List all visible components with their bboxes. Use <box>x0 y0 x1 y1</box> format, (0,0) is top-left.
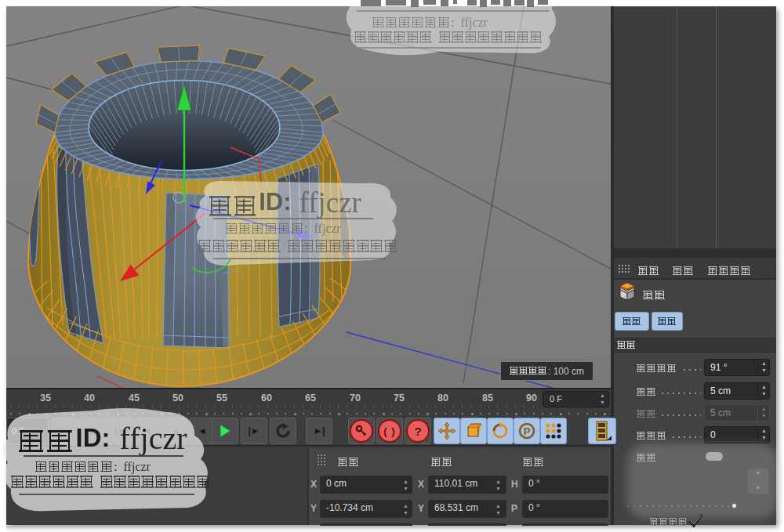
svg-text:P: P <box>524 425 531 437</box>
